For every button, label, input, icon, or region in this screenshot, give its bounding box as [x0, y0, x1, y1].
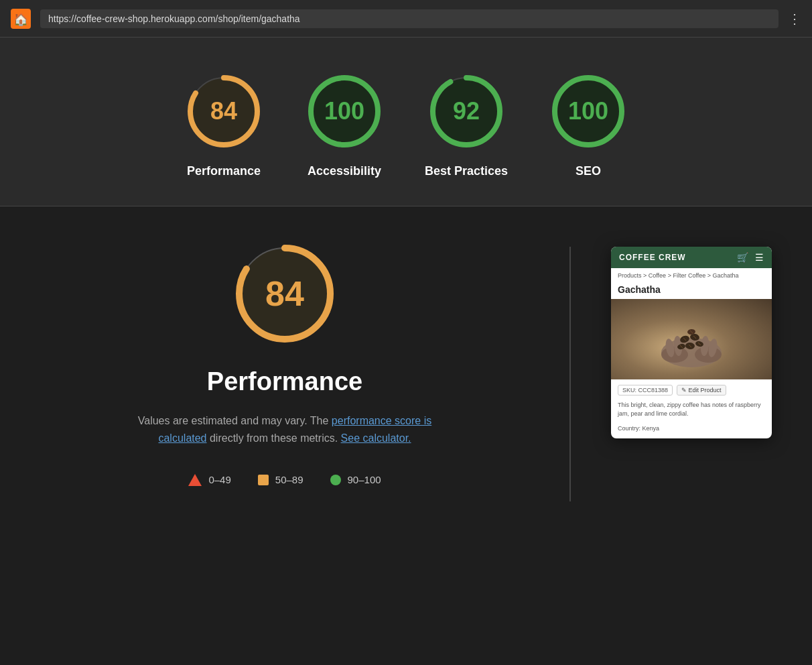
- site-preview-card: COFFEE CREW 🛒 ☰ Products > Coffee > Filt…: [611, 247, 772, 438]
- calculator-link[interactable]: See calculator.: [341, 432, 411, 444]
- score-circle-0: 84: [184, 71, 264, 152]
- score-legend: 0–49 50–89 90–100: [188, 474, 381, 486]
- legend-item-mid: 50–89: [258, 474, 303, 485]
- score-number-0: 84: [210, 97, 237, 125]
- score-number-1: 100: [324, 97, 364, 125]
- preview-header-icons: 🛒 ☰: [737, 252, 764, 263]
- detail-score-number: 84: [265, 274, 304, 314]
- legend-range-low: 0–49: [208, 474, 230, 485]
- desc-middle: directly from these metrics.: [210, 432, 338, 444]
- detail-score-svg: 84: [231, 240, 338, 347]
- score-number-2: 92: [453, 97, 480, 125]
- score-circle-2: 92: [426, 71, 506, 152]
- preview-header: COFFEE CREW 🛒 ☰: [611, 247, 772, 268]
- score-circle-1: 100: [304, 71, 385, 152]
- preview-sku: SKU: CCC81388: [618, 385, 673, 396]
- score-number-3: 100: [568, 97, 608, 125]
- detail-section: 84 Performance Values are estimated and …: [0, 206, 812, 542]
- url-bar[interactable]: https://coffee-crew-shop.herokuapp.com/s…: [40, 9, 779, 28]
- legend-range-mid: 50–89: [275, 474, 303, 485]
- menu-icon: ☰: [755, 252, 764, 263]
- desc-before: Values are estimated and may vary. The: [138, 415, 329, 426]
- score-card-seo: 100 SEO: [548, 71, 628, 179]
- preview-edit-button[interactable]: ✎ Edit Product: [677, 385, 726, 396]
- preview-actions: SKU: CCC81388 ✎ Edit Product: [611, 379, 772, 401]
- preview-breadcrumb: Products > Coffee > Filter Coffee > Gach…: [611, 268, 772, 283]
- preview-country: Country: Kenya: [611, 422, 772, 438]
- score-label-2: Best Practices: [425, 164, 508, 179]
- svg-text:🏠: 🏠: [13, 12, 29, 27]
- score-circle-3: 100: [548, 71, 628, 152]
- score-label-0: Performance: [187, 164, 261, 179]
- product-image-inner: [611, 299, 772, 379]
- browser-menu-icon[interactable]: ⋮: [788, 11, 801, 27]
- score-card-performance: 84 Performance: [184, 71, 264, 179]
- legend-triangle-icon: [188, 474, 202, 486]
- legend-circle-icon: [330, 475, 341, 485]
- scores-section: 84 Performance 100 Accessibility 92 Best…: [0, 38, 812, 206]
- legend-item-low: 0–49: [188, 474, 230, 486]
- score-label-3: SEO: [576, 164, 601, 179]
- detail-score-circle: 84: [231, 240, 338, 347]
- preview-product-title: Gachatha: [611, 283, 772, 299]
- coffee-beans-svg: [658, 309, 725, 369]
- legend-item-high: 90–100: [330, 474, 381, 485]
- score-card-best-practices: 92 Best Practices: [425, 71, 508, 179]
- lighthouse-icon: 🏠: [11, 9, 31, 29]
- preview-product-image: [611, 299, 772, 379]
- preview-brand: COFFEE CREW: [619, 253, 686, 262]
- legend-range-high: 90–100: [348, 474, 381, 485]
- score-card-accessibility: 100 Accessibility: [304, 71, 385, 179]
- preview-description: This bright, clean, zippy coffee has not…: [611, 401, 772, 422]
- detail-title: Performance: [207, 367, 362, 396]
- section-divider: [569, 247, 571, 501]
- score-label-1: Accessibility: [308, 164, 381, 179]
- cart-icon: 🛒: [737, 252, 748, 263]
- browser-bar: 🏠 https://coffee-crew-shop.herokuapp.com…: [0, 0, 812, 38]
- detail-left: 84 Performance Values are estimated and …: [40, 240, 529, 485]
- detail-description: Values are estimated and may vary. The p…: [131, 412, 439, 446]
- legend-square-icon: [258, 475, 269, 485]
